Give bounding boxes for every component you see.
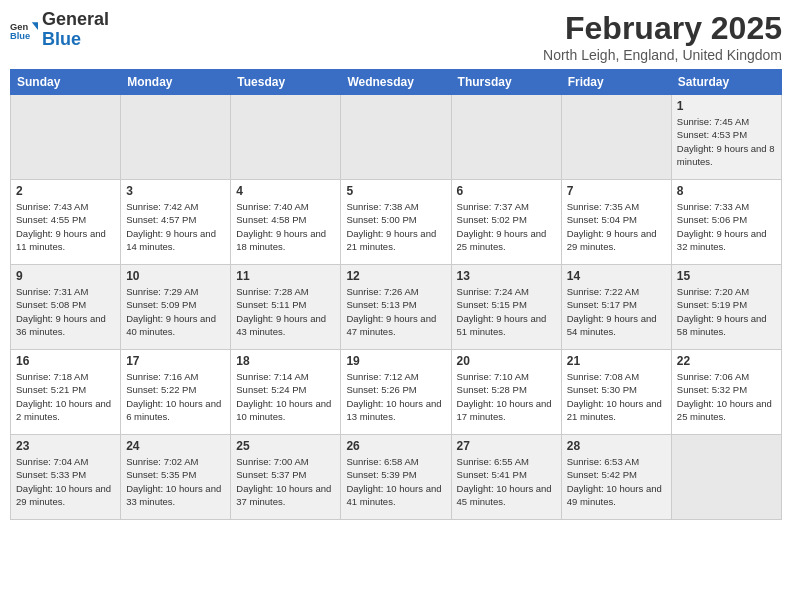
day-number: 6 (457, 184, 556, 198)
day-info: Sunrise: 7:10 AM Sunset: 5:28 PM Dayligh… (457, 370, 556, 423)
weekday-friday: Friday (561, 70, 671, 95)
calendar-cell: 9Sunrise: 7:31 AM Sunset: 5:08 PM Daylig… (11, 265, 121, 350)
day-info: Sunrise: 7:24 AM Sunset: 5:15 PM Dayligh… (457, 285, 556, 338)
day-info: Sunrise: 6:58 AM Sunset: 5:39 PM Dayligh… (346, 455, 445, 508)
calendar-cell: 14Sunrise: 7:22 AM Sunset: 5:17 PM Dayli… (561, 265, 671, 350)
day-info: Sunrise: 7:37 AM Sunset: 5:02 PM Dayligh… (457, 200, 556, 253)
day-number: 13 (457, 269, 556, 283)
svg-marker-2 (32, 22, 38, 30)
svg-text:Blue: Blue (10, 31, 30, 41)
calendar-cell: 8Sunrise: 7:33 AM Sunset: 5:06 PM Daylig… (671, 180, 781, 265)
calendar-cell (121, 95, 231, 180)
calendar-cell (11, 95, 121, 180)
day-number: 10 (126, 269, 225, 283)
day-number: 24 (126, 439, 225, 453)
day-info: Sunrise: 7:26 AM Sunset: 5:13 PM Dayligh… (346, 285, 445, 338)
calendar-cell (451, 95, 561, 180)
location: North Leigh, England, United Kingdom (543, 47, 782, 63)
calendar-cell: 16Sunrise: 7:18 AM Sunset: 5:21 PM Dayli… (11, 350, 121, 435)
week-row-2: 2Sunrise: 7:43 AM Sunset: 4:55 PM Daylig… (11, 180, 782, 265)
day-info: Sunrise: 7:43 AM Sunset: 4:55 PM Dayligh… (16, 200, 115, 253)
day-number: 21 (567, 354, 666, 368)
weekday-sunday: Sunday (11, 70, 121, 95)
day-info: Sunrise: 7:29 AM Sunset: 5:09 PM Dayligh… (126, 285, 225, 338)
calendar-cell: 20Sunrise: 7:10 AM Sunset: 5:28 PM Dayli… (451, 350, 561, 435)
calendar-cell: 5Sunrise: 7:38 AM Sunset: 5:00 PM Daylig… (341, 180, 451, 265)
weekday-monday: Monday (121, 70, 231, 95)
calendar-cell: 10Sunrise: 7:29 AM Sunset: 5:09 PM Dayli… (121, 265, 231, 350)
day-number: 25 (236, 439, 335, 453)
calendar-cell: 22Sunrise: 7:06 AM Sunset: 5:32 PM Dayli… (671, 350, 781, 435)
day-info: Sunrise: 7:04 AM Sunset: 5:33 PM Dayligh… (16, 455, 115, 508)
logo-icon: Gen Blue (10, 16, 38, 44)
calendar-cell: 19Sunrise: 7:12 AM Sunset: 5:26 PM Dayli… (341, 350, 451, 435)
calendar-cell: 25Sunrise: 7:00 AM Sunset: 5:37 PM Dayli… (231, 435, 341, 520)
logo-line1: General (42, 10, 109, 30)
weekday-tuesday: Tuesday (231, 70, 341, 95)
calendar-cell: 21Sunrise: 7:08 AM Sunset: 5:30 PM Dayli… (561, 350, 671, 435)
day-info: Sunrise: 7:31 AM Sunset: 5:08 PM Dayligh… (16, 285, 115, 338)
svg-text:Gen: Gen (10, 22, 28, 32)
day-number: 22 (677, 354, 776, 368)
day-number: 23 (16, 439, 115, 453)
calendar-cell: 15Sunrise: 7:20 AM Sunset: 5:19 PM Dayli… (671, 265, 781, 350)
weekday-header-row: SundayMondayTuesdayWednesdayThursdayFrid… (11, 70, 782, 95)
day-info: Sunrise: 7:35 AM Sunset: 5:04 PM Dayligh… (567, 200, 666, 253)
day-info: Sunrise: 7:22 AM Sunset: 5:17 PM Dayligh… (567, 285, 666, 338)
day-number: 8 (677, 184, 776, 198)
calendar-cell: 18Sunrise: 7:14 AM Sunset: 5:24 PM Dayli… (231, 350, 341, 435)
day-number: 11 (236, 269, 335, 283)
day-number: 27 (457, 439, 556, 453)
month-title: February 2025 (543, 10, 782, 47)
calendar-cell: 28Sunrise: 6:53 AM Sunset: 5:42 PM Dayli… (561, 435, 671, 520)
day-info: Sunrise: 7:02 AM Sunset: 5:35 PM Dayligh… (126, 455, 225, 508)
day-number: 17 (126, 354, 225, 368)
day-number: 20 (457, 354, 556, 368)
day-number: 5 (346, 184, 445, 198)
calendar: SundayMondayTuesdayWednesdayThursdayFrid… (10, 69, 782, 520)
calendar-cell: 11Sunrise: 7:28 AM Sunset: 5:11 PM Dayli… (231, 265, 341, 350)
calendar-cell: 26Sunrise: 6:58 AM Sunset: 5:39 PM Dayli… (341, 435, 451, 520)
calendar-cell: 17Sunrise: 7:16 AM Sunset: 5:22 PM Dayli… (121, 350, 231, 435)
calendar-cell: 27Sunrise: 6:55 AM Sunset: 5:41 PM Dayli… (451, 435, 561, 520)
day-info: Sunrise: 7:28 AM Sunset: 5:11 PM Dayligh… (236, 285, 335, 338)
day-info: Sunrise: 7:40 AM Sunset: 4:58 PM Dayligh… (236, 200, 335, 253)
day-number: 2 (16, 184, 115, 198)
day-number: 19 (346, 354, 445, 368)
week-row-3: 9Sunrise: 7:31 AM Sunset: 5:08 PM Daylig… (11, 265, 782, 350)
day-info: Sunrise: 6:53 AM Sunset: 5:42 PM Dayligh… (567, 455, 666, 508)
day-info: Sunrise: 7:16 AM Sunset: 5:22 PM Dayligh… (126, 370, 225, 423)
day-info: Sunrise: 7:14 AM Sunset: 5:24 PM Dayligh… (236, 370, 335, 423)
day-info: Sunrise: 7:18 AM Sunset: 5:21 PM Dayligh… (16, 370, 115, 423)
day-number: 15 (677, 269, 776, 283)
logo: Gen Blue General Blue (10, 10, 109, 50)
calendar-cell (231, 95, 341, 180)
day-number: 7 (567, 184, 666, 198)
calendar-cell: 7Sunrise: 7:35 AM Sunset: 5:04 PM Daylig… (561, 180, 671, 265)
day-number: 14 (567, 269, 666, 283)
calendar-cell: 2Sunrise: 7:43 AM Sunset: 4:55 PM Daylig… (11, 180, 121, 265)
calendar-cell: 4Sunrise: 7:40 AM Sunset: 4:58 PM Daylig… (231, 180, 341, 265)
weekday-thursday: Thursday (451, 70, 561, 95)
week-row-1: 1Sunrise: 7:45 AM Sunset: 4:53 PM Daylig… (11, 95, 782, 180)
week-row-4: 16Sunrise: 7:18 AM Sunset: 5:21 PM Dayli… (11, 350, 782, 435)
day-info: Sunrise: 7:38 AM Sunset: 5:00 PM Dayligh… (346, 200, 445, 253)
day-number: 16 (16, 354, 115, 368)
day-number: 28 (567, 439, 666, 453)
day-number: 1 (677, 99, 776, 113)
day-number: 3 (126, 184, 225, 198)
calendar-cell (561, 95, 671, 180)
day-number: 18 (236, 354, 335, 368)
weekday-wednesday: Wednesday (341, 70, 451, 95)
day-info: Sunrise: 7:06 AM Sunset: 5:32 PM Dayligh… (677, 370, 776, 423)
week-row-5: 23Sunrise: 7:04 AM Sunset: 5:33 PM Dayli… (11, 435, 782, 520)
calendar-cell (341, 95, 451, 180)
day-info: Sunrise: 6:55 AM Sunset: 5:41 PM Dayligh… (457, 455, 556, 508)
day-number: 9 (16, 269, 115, 283)
calendar-cell (671, 435, 781, 520)
day-number: 12 (346, 269, 445, 283)
day-info: Sunrise: 7:20 AM Sunset: 5:19 PM Dayligh… (677, 285, 776, 338)
day-info: Sunrise: 7:42 AM Sunset: 4:57 PM Dayligh… (126, 200, 225, 253)
calendar-cell: 12Sunrise: 7:26 AM Sunset: 5:13 PM Dayli… (341, 265, 451, 350)
calendar-cell: 13Sunrise: 7:24 AM Sunset: 5:15 PM Dayli… (451, 265, 561, 350)
